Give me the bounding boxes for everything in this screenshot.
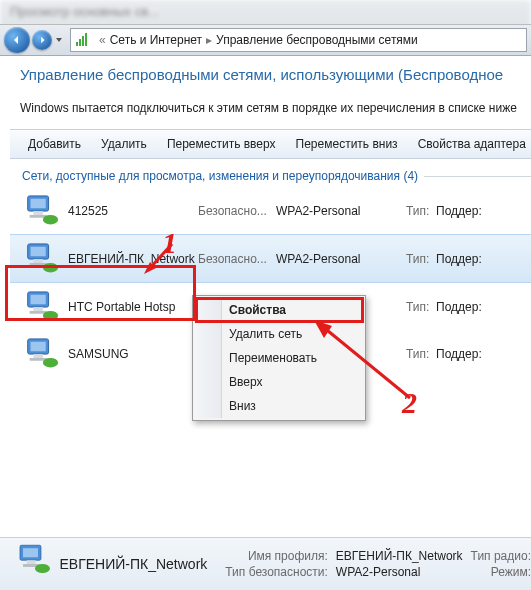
svg-point-32	[35, 564, 50, 573]
svg-rect-29	[23, 548, 38, 557]
svg-rect-11	[33, 259, 42, 263]
svg-rect-0	[76, 42, 78, 46]
svg-rect-10	[31, 246, 46, 255]
details-sectype-label: Тип безопасности:	[225, 565, 328, 579]
network-type-label: Тип:	[406, 300, 436, 314]
details-profile-label: Имя профиля:	[225, 549, 328, 563]
nav-bar: « Сеть и Интернет ▸ Управление беспровод…	[0, 24, 531, 56]
breadcrumb-seg1[interactable]: Сеть и Интернет	[108, 33, 204, 47]
breadcrumb-arrow: ▸	[204, 33, 214, 47]
network-row[interactable]: 412525 Безопасно... WPA2-Personal Тип: П…	[10, 187, 531, 234]
section-rule	[424, 176, 531, 177]
network-icon	[22, 337, 60, 371]
network-icon	[22, 194, 60, 228]
section-heading-text: Сети, доступные для просмотра, изменения…	[22, 169, 418, 183]
forward-button[interactable]	[32, 30, 52, 50]
page-title: Управление беспроводными сетями, использ…	[20, 66, 531, 83]
toolbar: Добавить Удалить Переместить вверх Перем…	[10, 129, 531, 159]
svg-rect-20	[31, 341, 46, 350]
svg-point-18	[43, 310, 58, 319]
svg-rect-1	[79, 39, 81, 46]
arrow-right-icon	[37, 35, 47, 45]
chevron-down-icon	[55, 36, 63, 44]
ctx-rename[interactable]: Переименовать	[195, 346, 363, 370]
ctx-move-down[interactable]: Вниз	[195, 394, 363, 418]
network-row[interactable]: ЕВГЕНИЙ-ПК_Network Безопасно... WPA2-Per…	[10, 234, 531, 283]
network-name: 412525	[68, 204, 198, 218]
network-type-label: Тип:	[406, 252, 436, 266]
details-radio-label: Тип радио:	[471, 549, 531, 563]
network-sec-value: WPA2-Personal	[276, 204, 406, 218]
network-type-value: Поддер:	[436, 252, 482, 266]
toolbar-move-down[interactable]: Переместить вниз	[286, 130, 408, 158]
details-sectype-value: WPA2-Personal	[336, 565, 463, 579]
network-icon	[22, 242, 60, 276]
svg-point-23	[43, 357, 58, 366]
window-title-text: Просмотр основных св...	[10, 4, 159, 19]
details-network-name: ЕВГЕНИЙ-ПК_Network	[59, 556, 217, 572]
breadcrumb-seg2[interactable]: Управление беспроводными сетями	[214, 33, 420, 47]
signal-bars-icon	[75, 33, 91, 47]
network-type-value: Поддер:	[436, 347, 482, 361]
toolbar-add[interactable]: Добавить	[18, 130, 91, 158]
ctx-properties[interactable]: Свойства	[195, 298, 363, 322]
section-heading: Сети, доступные для просмотра, изменения…	[22, 169, 531, 183]
network-type-value: Поддер:	[436, 204, 482, 218]
svg-rect-15	[31, 294, 46, 303]
nav-history-dropdown[interactable]	[54, 27, 64, 53]
svg-rect-3	[85, 33, 87, 46]
details-network-icon	[14, 543, 51, 585]
network-type-label: Тип:	[406, 204, 436, 218]
details-mode-label: Режим:	[471, 565, 531, 579]
svg-rect-2	[82, 36, 84, 46]
svg-rect-5	[31, 198, 46, 207]
back-button[interactable]	[4, 27, 30, 53]
svg-rect-6	[33, 211, 42, 215]
network-name: ЕВГЕНИЙ-ПК_Network	[68, 252, 198, 266]
toolbar-remove[interactable]: Удалить	[91, 130, 157, 158]
ctx-move-up[interactable]: Вверх	[195, 370, 363, 394]
network-sec-label: Безопасно...	[198, 252, 276, 266]
svg-rect-21	[33, 354, 42, 358]
details-pane: ЕВГЕНИЙ-ПК_Network Имя профиля: ЕВГЕНИЙ-…	[0, 537, 531, 590]
network-type-value: Поддер:	[436, 300, 482, 314]
details-profile-value: ЕВГЕНИЙ-ПК_Network	[336, 549, 463, 563]
svg-point-8	[43, 214, 58, 223]
network-name: HTC Portable Hotsp	[68, 300, 198, 314]
arrow-left-icon	[11, 34, 23, 46]
network-sec-value: WPA2-Personal	[276, 252, 406, 266]
network-icon	[22, 290, 60, 324]
network-sec-label: Безопасно...	[198, 204, 276, 218]
address-bar[interactable]: « Сеть и Интернет ▸ Управление беспровод…	[70, 28, 527, 52]
svg-rect-16	[33, 307, 42, 311]
network-name: SAMSUNG	[68, 347, 198, 361]
toolbar-move-up[interactable]: Переместить вверх	[157, 130, 286, 158]
breadcrumb-sep: «	[97, 33, 108, 47]
network-type-label: Тип:	[406, 347, 436, 361]
ctx-delete-network[interactable]: Удалить сеть	[195, 322, 363, 346]
context-menu: Свойства Удалить сеть Переименовать Ввер…	[192, 295, 366, 421]
svg-point-13	[43, 262, 58, 271]
page-description: Windows пытается подключиться к этим сет…	[20, 101, 531, 115]
toolbar-adapter-props[interactable]: Свойства адаптера	[408, 130, 531, 158]
svg-rect-30	[27, 560, 36, 564]
